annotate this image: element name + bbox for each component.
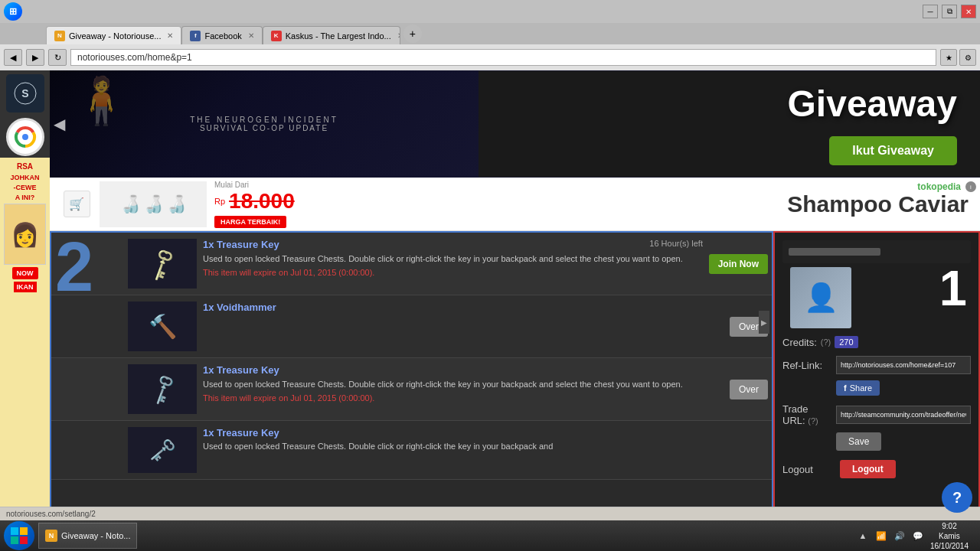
restore-button[interactable]: ⧉ — [942, 5, 957, 18]
soldier-image: 🧍 — [73, 78, 149, 170]
banner-text: THE NEUROGEN INCIDENT SURVIVAL CO-OP UPD… — [190, 116, 338, 132]
reflink-input[interactable] — [836, 356, 971, 374]
item-info-3: 1x Treasure Key Used to open locked Trea… — [203, 427, 766, 451]
system-tray: ▲ 📶 🔊 💬 9:02 Kamis 16/10/2014 — [857, 521, 976, 551]
steam-logo: S — [13, 81, 38, 106]
facebook-share-button[interactable]: f Share — [836, 380, 880, 396]
clock-time: 9:02 — [942, 521, 956, 531]
scroll-arrow[interactable]: ▶ — [759, 311, 769, 334]
banner-sub-text: SURVIVAL CO-OP UPDATE — [190, 124, 338, 132]
share-row: f Share — [836, 380, 971, 396]
windows-logo[interactable]: ⊞ — [4, 2, 22, 21]
tab-label-facebook: Facebook — [204, 31, 241, 41]
address-bar: ◀ ▶ ↻ notoriouses.com/home&p=1 ★ ⚙ — [0, 44, 980, 70]
clock-day: Kamis — [939, 531, 960, 541]
tokopedia-logo: tokopedia — [917, 181, 961, 192]
windows-start-icon — [11, 527, 28, 544]
step-section: 2 🗝️ 1x Treasure Key Used to open locked… — [50, 231, 980, 551]
sidebar-ad-text3: -CEWE — [14, 184, 37, 191]
over-button-2[interactable]: Over — [730, 380, 768, 399]
sidebar-ad-now-button[interactable]: NOW — [12, 267, 38, 279]
ad-product-image: 🍶🍶🍶 — [100, 181, 207, 227]
sidebar-ad-text2: JOHKAN — [10, 174, 39, 181]
star-icon[interactable]: ★ — [940, 49, 957, 66]
help-button[interactable]: ? — [942, 482, 972, 513]
ikut-giveaway-button[interactable]: Ikut Giveaway — [829, 136, 957, 165]
forward-button[interactable]: ▶ — [26, 49, 44, 66]
trade-url-input[interactable] — [836, 406, 971, 424]
tab-giveaway[interactable]: N Giveaway - Notoriouse... ✕ — [46, 26, 181, 44]
refresh-button[interactable]: ↻ — [48, 49, 67, 66]
giveaway-title: Giveaway — [788, 83, 957, 125]
chat-icon[interactable]: 💬 — [912, 530, 924, 542]
join-now-button[interactable]: Join Now — [709, 254, 768, 274]
item-name-1: 1x Voidhammer — [203, 302, 766, 313]
item-card-1: 🔨 1x Voidhammer Over — [51, 295, 772, 358]
new-tab-button[interactable]: + — [403, 24, 422, 43]
item-desc-2: Used to open locked Treasure Chests. Dou… — [203, 379, 766, 390]
reflink-row: Ref-Link: — [782, 356, 971, 374]
ad-product-name: Shampoo Caviar — [787, 191, 969, 217]
game-banner: 🧍 THE NEUROGEN INCIDENT SURVIVAL CO-OP U… — [50, 70, 479, 178]
credits-label: Credits: — [782, 337, 817, 348]
main-website: 🧍 THE NEUROGEN INCIDENT SURVIVAL CO-OP U… — [50, 70, 980, 551]
svg-point-3 — [21, 133, 29, 141]
ad-info-icon[interactable]: i — [965, 181, 976, 192]
tab-favicon-kaskus: K — [271, 31, 282, 41]
ad-currency: Rp — [214, 197, 225, 206]
browser-status-bar: notoriouses.com/setlang/2 — [0, 507, 980, 520]
network-icon[interactable]: 📶 — [875, 530, 887, 542]
tabs-bar: N Giveaway - Notoriouse... ✕ f Facebook … — [0, 23, 980, 44]
tab-close-kaskus[interactable]: ✕ — [397, 31, 400, 40]
left-sidebar: S RSA JOHKAN -CEWE A INI? 👩 NOW — [0, 70, 50, 551]
browser-extension-icon[interactable]: ⚙ — [959, 49, 976, 66]
save-button[interactable]: Save — [836, 432, 881, 451]
window-controls: ─ ⧉ ✕ — [923, 5, 976, 18]
start-button[interactable] — [4, 521, 34, 550]
sidebar-ad-fish-button[interactable]: IKAN — [14, 282, 37, 292]
item-image-2: 🗝️ — [128, 364, 197, 414]
banner-top-text: THE NEUROGEN INCIDENT — [190, 116, 338, 124]
ad-store-icon: 🛒 — [61, 189, 92, 220]
item-name-3: 1x Treasure Key — [203, 427, 766, 439]
logout-label: Logout — [782, 464, 832, 475]
logout-row: Logout Logout — [782, 460, 971, 478]
tab-close-giveaway[interactable]: ✕ — [167, 31, 173, 40]
ad-price-info: Mulai Dari Rp 18.000 HARGA TERBAIK! — [214, 181, 779, 228]
banner-prev-arrow[interactable]: ◀ — [54, 115, 65, 133]
item-image-1: 🔨 — [128, 302, 197, 351]
taskbar-browser-item[interactable]: N Giveaway - Noto... — [38, 523, 137, 549]
rank-number: 1 — [939, 263, 967, 313]
tab-favicon-giveaway: N — [54, 31, 65, 41]
arrow-up-icon[interactable]: ▲ — [857, 530, 869, 542]
minimize-button[interactable]: ─ — [923, 5, 938, 18]
item-card-0: 🗝️ 1x Treasure Key Used to open locked T… — [51, 233, 772, 295]
svg-rect-6 — [11, 536, 18, 544]
close-button[interactable]: ✕ — [961, 5, 976, 18]
tab-label-kaskus: Kaskus - The Largest Indo... — [286, 31, 391, 41]
back-button[interactable]: ◀ — [4, 49, 22, 66]
tab-close-facebook[interactable]: ✕ — [248, 31, 254, 40]
tab-facebook[interactable]: f Facebook ✕ — [181, 26, 262, 44]
item-card-3: 🗝️ 1x Treasure Key Used to open locked T… — [51, 421, 772, 480]
item-desc-0: Used to open locked Treasure Chests. Dou… — [203, 253, 766, 265]
address-bar-icons: ★ ⚙ — [940, 49, 976, 66]
tab-kaskus[interactable]: K Kaskus - The Largest Indo... ✕ — [263, 26, 400, 44]
share-label: Share — [850, 383, 872, 393]
item-name-2: 1x Treasure Key — [203, 364, 766, 376]
profile-avatar: 👤 — [790, 267, 851, 328]
logout-button[interactable]: Logout — [840, 460, 896, 478]
ad-cta-button[interactable]: HARGA TERBAIK! — [214, 216, 286, 228]
title-bar: ⊞ ─ ⧉ ✕ — [0, 0, 980, 23]
chrome-icon[interactable] — [6, 118, 44, 156]
trade-help: (?) — [808, 416, 818, 425]
svg-rect-4 — [11, 527, 18, 535]
volume-icon[interactable]: 🔊 — [893, 530, 906, 542]
steam-icon[interactable]: S — [6, 74, 44, 112]
step-number: 2 — [55, 233, 93, 302]
ad-mulai-dari: Mulai Dari — [214, 181, 779, 189]
sidebar-ad-text1: RSA — [17, 161, 33, 171]
item-desc-3: Used to open locked Treasure Chests. Dou… — [203, 442, 766, 451]
url-input[interactable]: notoriouses.com/home&p=1 — [70, 49, 936, 66]
header-banner: 🧍 THE NEUROGEN INCIDENT SURVIVAL CO-OP U… — [50, 70, 980, 178]
